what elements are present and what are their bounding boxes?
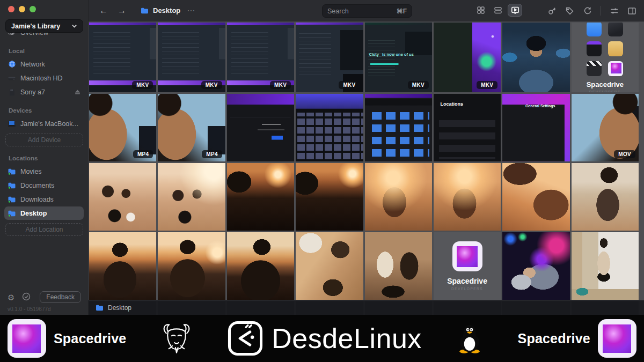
sidebar-item-network[interactable]: Network [4,57,84,71]
grid-cell-bathroom[interactable] [572,232,639,300]
tux-icon [455,322,485,355]
section-title-local: Local [9,48,79,54]
job-manager-check-icon[interactable] [22,292,31,302]
item-sublabel: DEVELOPERS [451,287,483,291]
zoom-button[interactable] [30,6,36,12]
screenshot-root: Jamie's Library Overview Local [0,0,644,362]
path-bar: Desktop [89,300,644,315]
grid-cell-silhouette-b[interactable] [158,232,225,300]
grid-cell-editor-c[interactable]: Cisty_ is now one of usMKV [365,23,432,92]
minimize-button[interactable] [19,6,25,12]
folder-icon [8,195,16,204]
grid-cell-app-icons[interactable]: SpacedriveDEVELOPERS [572,23,639,92]
clapperboard-icon [587,61,602,76]
sidebar-item-downloads[interactable]: Downloads [4,193,84,206]
media-view-button[interactable] [508,4,522,17]
sidebar-item-documents[interactable]: Documents [4,179,84,192]
sidebar-item-label: Network [20,61,80,68]
filters-sliders-icon[interactable] [610,6,619,16]
list-view-button[interactable] [491,4,505,17]
feedback-button[interactable]: Feedback [40,291,81,303]
spacedrive-wordmark: Spacedrive [54,331,126,346]
search-shortcut: ⌘F [397,8,407,15]
grid-cell-app-settings[interactable]: General Settings [502,94,569,161]
settings-gear-icon[interactable]: ⚙ [8,293,14,301]
folder-icon [95,304,104,312]
grid-cell-spacedrive-tile[interactable]: SpacedriveDEVELOPERS [434,232,501,300]
grid-cell-editor-d[interactable]: MKV [434,23,501,92]
file-type-badge: MOV [614,150,635,158]
add-device-button[interactable]: Add Device [5,134,83,146]
sidebar-item-label: Downloads [20,196,80,203]
eject-icon[interactable] [75,89,80,95]
sidebar-item-macintosh-hd[interactable]: Macintosh HD [4,71,84,85]
grid-cell-beach-group2[interactable] [158,163,225,231]
grid-cell-beach-pair[interactable] [365,232,432,300]
sidebar-item-label: Macintosh HD [20,75,80,82]
library-switcher[interactable]: Jamie's Library [5,19,83,33]
sidebar-item-desktop[interactable]: Desktop [4,206,84,220]
file-type-badge: MKV [339,81,360,89]
grid-cell-sunset-dark2[interactable] [296,163,363,231]
search-input[interactable] [327,8,397,15]
grid-cell-sunset-dark[interactable] [227,163,294,231]
grid-cell-editor-a[interactable]: MKV [158,23,225,92]
inspector-panel-icon[interactable] [627,6,636,16]
refresh-icon[interactable] [583,6,592,16]
grid-cell-app-dark-purple[interactable] [227,94,294,161]
section-title-locations: Locations [9,155,79,161]
thumbnail-caption: Cisty_ is now one of us [369,52,414,57]
sidebar-item-jamies-macbook[interactable]: Jamie's MacBook... [4,117,84,130]
grid-cell-app-locations[interactable]: Locations [434,94,501,161]
close-button[interactable] [8,6,14,12]
spacedrive-app-icon [8,319,46,358]
grid-cell-beach-closeup[interactable] [502,163,569,231]
divider [601,6,601,16]
grid-cell-beach-warm[interactable] [365,163,432,231]
media-view-icon [511,6,519,14]
sidebar-item-label: Jamie's MacBook... [20,120,80,128]
explorer-content: MKVMKVMKVMKVCisty_ is now one of usMKVMK… [89,21,644,315]
back-button[interactable]: ← [99,6,108,15]
tab-more-icon[interactable]: ⋯ [187,6,195,16]
media-grid: MKVMKVMKVMKVCisty_ is now one of usMKVMK… [89,23,639,315]
grid-cell-silhouette-c[interactable] [227,232,294,300]
library-name: Jamie's Library [11,23,60,30]
file-type-badge: MKV [132,81,153,89]
grid-cell-beach-warm2[interactable] [434,163,501,231]
grid-cell-beach-person[interactable] [572,163,639,231]
item-sublabel: DEVELOPERS [589,90,621,93]
grid-cell-app-folders[interactable] [365,94,432,161]
grid-cell-face-profile-right[interactable]: MOV [572,94,639,161]
desdelinux-logo [226,320,264,357]
location-tab[interactable]: Desktop [140,6,180,14]
toolbox-icon [587,41,602,56]
sidebar-item-sony-a7[interactable]: Sony a7 [4,85,84,99]
folder-tan-icon [608,41,623,56]
grid-view-icon [477,6,485,14]
grid-cell-editor-a[interactable]: MKV [227,23,294,92]
hard-drive-icon [8,74,16,83]
grid-cell-face-profile[interactable]: MP4 [89,94,156,161]
sidebar-item-movies[interactable]: Movies [4,165,84,178]
grid-cell-beach-rotated[interactable] [296,232,363,300]
grid-cell-silhouette-a[interactable] [89,232,156,300]
grid-cell-beach-group[interactable] [89,163,156,231]
forward-button[interactable]: → [118,6,126,15]
grid-cell-editor-b[interactable]: MKV [296,23,363,92]
tag-icon[interactable] [565,6,574,16]
grid-cell-webcam-guy[interactable] [502,23,569,92]
path-label: Desktop [108,304,131,312]
grid-cell-face-profile[interactable]: MP4 [158,94,225,161]
spacedrive-app-icon [598,319,636,358]
file-type-badge: MP4 [202,150,222,158]
add-location-button[interactable]: Add Location [5,223,83,236]
folder-icon [140,7,149,14]
grid-cell-editor-a[interactable]: MKV [89,23,156,92]
grid-view-button[interactable] [473,4,488,17]
key-manager-icon[interactable] [547,6,557,16]
search-box[interactable]: ⌘F [322,4,412,18]
grid-cell-party[interactable] [502,232,569,300]
grid-cell-app-media-grid[interactable] [296,94,363,161]
sidebar-item-label: Sony a7 [20,88,70,96]
